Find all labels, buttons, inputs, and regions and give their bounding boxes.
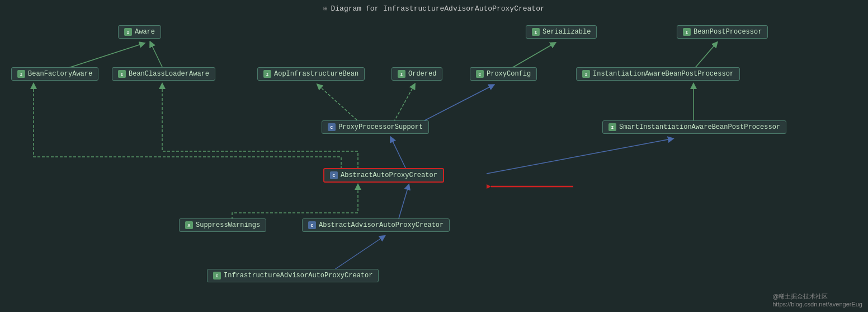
node-label-proxyconfig: ProxyConfig bbox=[487, 70, 531, 78]
node-instantiationawarebeanpostprocessor: I InstantiationAwareBeanPostProcessor bbox=[576, 67, 740, 81]
node-icon-infrastructureadvisorautoproxycreator: C bbox=[213, 272, 221, 280]
title-icon: ⊞ bbox=[323, 4, 327, 13]
node-abstractautoproxycreator: C AbstractAutoProxyCreator bbox=[323, 168, 444, 183]
node-beanclassloaderaware: I BeanClassLoaderAware bbox=[112, 67, 215, 81]
red-arrow bbox=[487, 178, 576, 198]
node-label-aopinfrastructurebean: AopInfrastructureBean bbox=[274, 70, 358, 78]
node-icon-aopinfrastructurebean: I bbox=[263, 70, 271, 78]
node-label-beanclassloaderaware: BeanClassLoaderAware bbox=[129, 70, 209, 78]
node-icon-beanpostprocessor: I bbox=[683, 28, 691, 36]
watermark-line2: https://blog.csdn.net/avengerEug bbox=[772, 301, 862, 308]
title-bar: ⊞ Diagram for InfrastructureAdvisorAutoP… bbox=[323, 4, 545, 13]
node-abstractadvisorautoproxycreator: C AbstractAdvisorAutoProxyCreator bbox=[302, 218, 450, 232]
arrows-svg bbox=[0, 0, 868, 312]
watermark: @稀土掘金技术社区 https://blog.csdn.net/avengerE… bbox=[772, 292, 862, 308]
node-proxyconfig: C ProxyConfig bbox=[470, 67, 537, 81]
node-icon-aware: I bbox=[124, 28, 132, 36]
node-icon-beanfactoryaware: I bbox=[17, 70, 25, 78]
node-icon-abstractautoproxycreator: C bbox=[330, 171, 338, 179]
node-icon-suppresswarnings: A bbox=[185, 221, 193, 229]
node-label-serializable: Serializable bbox=[542, 28, 591, 36]
node-label-infrastructureadvisorautoproxycreator: InfrastructureAdvisorAutoProxyCreator bbox=[224, 272, 372, 280]
node-beanfactoryaware: I BeanFactoryAware bbox=[11, 67, 98, 81]
node-label-abstractautoproxycreator: AbstractAutoProxyCreator bbox=[341, 171, 437, 179]
node-aware: I Aware bbox=[118, 25, 161, 39]
node-label-beanpostprocessor: BeanPostProcessor bbox=[694, 28, 762, 36]
diagram-title: Diagram for InfrastructureAdvisorAutoPro… bbox=[331, 4, 544, 13]
node-icon-ordered: I bbox=[398, 70, 405, 78]
node-icon-beanclassloaderaware: I bbox=[118, 70, 126, 78]
node-ordered: I Ordered bbox=[391, 67, 442, 81]
node-icon-smartinstantiation: I bbox=[608, 123, 616, 131]
node-infrastructureadvisorautoproxycreator: C InfrastructureAdvisorAutoProxyCreator bbox=[207, 269, 379, 282]
node-icon-instantiationawarebeanpostprocessor: I bbox=[582, 70, 590, 78]
node-suppresswarnings: A SuppressWarnings bbox=[179, 218, 266, 232]
node-label-proxyprocessorsupport: ProxyProcessorSupport bbox=[338, 123, 423, 131]
node-icon-proxyconfig: C bbox=[476, 70, 484, 78]
node-icon-serializable: I bbox=[532, 28, 540, 36]
node-label-smartinstantiation: SmartInstantiationAwareBeanPostProcessor bbox=[619, 123, 780, 131]
node-label-abstractadvisorautoproxycreator: AbstractAdvisorAutoProxyCreator bbox=[319, 221, 444, 229]
svg-line-9 bbox=[487, 139, 671, 174]
node-serializable: I Serializable bbox=[526, 25, 597, 39]
node-label-instantiationawarebeanpostprocessor: InstantiationAwareBeanPostProcessor bbox=[593, 70, 734, 78]
node-aopinfrastructurebean: I AopInfrastructureBean bbox=[257, 67, 365, 81]
node-label-ordered: Ordered bbox=[408, 70, 436, 78]
node-icon-proxyprocessorsupport: C bbox=[328, 123, 336, 131]
node-beanpostprocessor: I BeanPostProcessor bbox=[677, 25, 768, 39]
node-label-beanfactoryaware: BeanFactoryAware bbox=[28, 70, 92, 78]
diagram-container: ⊞ Diagram for InfrastructureAdvisorAutoP… bbox=[0, 0, 868, 312]
node-label-aware: Aware bbox=[135, 28, 155, 36]
node-label-suppresswarnings: SuppressWarnings bbox=[196, 221, 260, 229]
node-smartinstantiation: I SmartInstantiationAwareBeanPostProcess… bbox=[602, 120, 786, 134]
watermark-line1: @稀土掘金技术社区 bbox=[772, 292, 862, 301]
node-icon-abstractadvisorautoproxycreator: C bbox=[308, 221, 316, 229]
node-proxyprocessorsupport: C ProxyProcessorSupport bbox=[322, 120, 429, 134]
